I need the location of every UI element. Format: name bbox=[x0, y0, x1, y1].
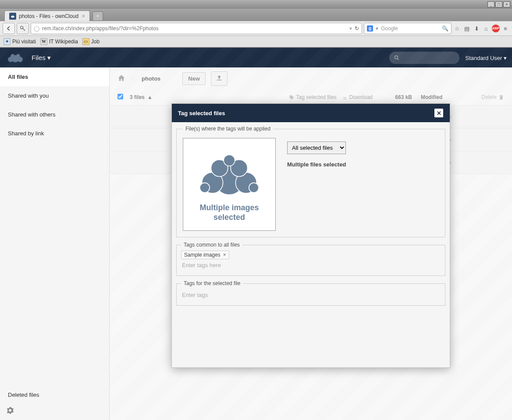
svg-point-1 bbox=[11, 16, 12, 17]
thumb-label-line1: Multiple images bbox=[199, 203, 259, 212]
window-minimize-button[interactable]: _ bbox=[487, 1, 494, 7]
modal-close-button[interactable]: ✕ bbox=[434, 108, 444, 118]
sidebar-item-label: Shared by link bbox=[8, 130, 44, 137]
search-icon[interactable]: 🔍 bbox=[442, 25, 448, 32]
modal-title-text: Tag selected files bbox=[178, 110, 225, 116]
single-tags-input[interactable] bbox=[181, 289, 441, 301]
common-tags-input[interactable] bbox=[181, 259, 441, 271]
dropdown-icon[interactable]: ▾ bbox=[349, 25, 352, 32]
sidebar-item-deleted-files[interactable]: Deleted files bbox=[0, 385, 109, 404]
adblock-icon[interactable]: ABP bbox=[492, 25, 500, 32]
folder-icon: ▭ bbox=[82, 38, 89, 45]
sidebar-item-label: All files bbox=[8, 74, 28, 80]
keepass-button[interactable] bbox=[17, 23, 29, 34]
svg-point-9 bbox=[395, 56, 398, 59]
sidebar-item-shared-with-others[interactable]: Shared with others bbox=[0, 105, 109, 124]
sidebar-item-all-files[interactable]: All files bbox=[0, 67, 109, 86]
globe-icon: ◯ bbox=[34, 25, 39, 32]
url-text: rem.iface.ch/index.php/apps/files/?dir=%… bbox=[42, 25, 347, 32]
owncloud-cloud-icon bbox=[194, 147, 264, 199]
gear-icon bbox=[6, 406, 14, 414]
url-bar[interactable]: ◯ rem.iface.ch/index.php/apps/files/?dir… bbox=[31, 23, 362, 34]
bookmark-job[interactable]: ▭ Job bbox=[82, 38, 100, 45]
arrow-left-icon bbox=[6, 25, 12, 32]
fieldset-single-legend: Tags for the selected file bbox=[181, 280, 243, 286]
bookmark-label: Job bbox=[91, 39, 100, 45]
bookmark-star-icon[interactable]: ☆ bbox=[453, 25, 461, 32]
bookmark-most-visited[interactable]: ✦ Più visitati bbox=[4, 38, 36, 45]
bookmark-label: IT Wikipedia bbox=[49, 39, 78, 45]
tag-files-modal: Tag selected files ✕ File(s) where the t… bbox=[171, 103, 450, 368]
app-switcher[interactable]: Files ▾ bbox=[32, 54, 51, 62]
svg-point-2 bbox=[13, 16, 14, 17]
sidebar-item-label: Deleted files bbox=[8, 392, 39, 398]
settings-button[interactable] bbox=[6, 406, 14, 416]
browser-tab[interactable]: photos - Files - ownCloud × bbox=[4, 11, 90, 21]
browser-search-box[interactable]: g ▾ Google 🔍 bbox=[364, 23, 452, 34]
browser-search-placeholder: Google bbox=[381, 25, 439, 32]
svg-point-17 bbox=[200, 183, 210, 192]
home-icon[interactable]: ⌂ bbox=[482, 25, 490, 32]
reload-icon[interactable]: ↻ bbox=[355, 25, 359, 32]
menu-icon[interactable]: ≡ bbox=[501, 25, 509, 32]
owncloud-search-box[interactable] bbox=[389, 52, 459, 64]
back-button[interactable] bbox=[3, 23, 15, 34]
file-thumbnail: Multiple images selected bbox=[183, 138, 276, 231]
key-icon bbox=[20, 25, 26, 32]
new-tab-button[interactable]: + bbox=[92, 11, 103, 21]
tab-favicon-icon bbox=[9, 13, 16, 20]
sidebar-item-label: Shared with you bbox=[8, 92, 49, 99]
sidebar-item-shared-with-you[interactable]: Shared with you bbox=[0, 86, 109, 105]
sidebar-item-shared-by-link[interactable]: Shared by link bbox=[0, 124, 109, 143]
library-icon[interactable]: ▤ bbox=[463, 25, 471, 32]
window-maximize-button[interactable]: □ bbox=[495, 1, 502, 7]
wikipedia-icon: W bbox=[40, 38, 47, 45]
owncloud-logo-icon[interactable] bbox=[5, 51, 25, 65]
svg-point-7 bbox=[11, 54, 14, 58]
window-title-bar: _ □ × bbox=[0, 0, 512, 9]
multiple-files-label: Multiple files selected bbox=[287, 161, 346, 168]
fieldset-files-legend: File(s) where the tags will be applied bbox=[183, 126, 273, 132]
svg-point-19 bbox=[224, 155, 235, 166]
sidebar-item-label: Shared with others bbox=[8, 111, 55, 118]
fieldset-common-legend: Tags common to all files bbox=[181, 242, 242, 248]
bookmark-label: Più visitati bbox=[12, 39, 36, 45]
tag-remove-icon[interactable]: × bbox=[223, 252, 226, 258]
thumb-label-line2: selected bbox=[213, 213, 245, 222]
user-menu[interactable]: Standard User ▾ bbox=[466, 55, 507, 61]
downloads-icon[interactable]: ⬇ bbox=[473, 25, 480, 32]
svg-point-18 bbox=[249, 183, 259, 192]
google-icon: g bbox=[367, 25, 373, 32]
bookmark-icon: ✦ bbox=[4, 38, 11, 45]
file-select-dropdown[interactable]: All selected files bbox=[287, 141, 346, 154]
svg-point-8 bbox=[16, 54, 20, 58]
tag-chip-label: Sample images bbox=[184, 252, 220, 258]
browser-tab-title: photos - Files - ownCloud bbox=[19, 13, 78, 19]
bookmark-wikipedia[interactable]: W IT Wikipedia bbox=[40, 38, 78, 45]
window-close-button[interactable]: × bbox=[503, 1, 510, 7]
search-icon bbox=[394, 55, 400, 61]
tab-close-icon[interactable]: × bbox=[82, 13, 85, 19]
tag-chip[interactable]: Sample images × bbox=[181, 251, 229, 259]
